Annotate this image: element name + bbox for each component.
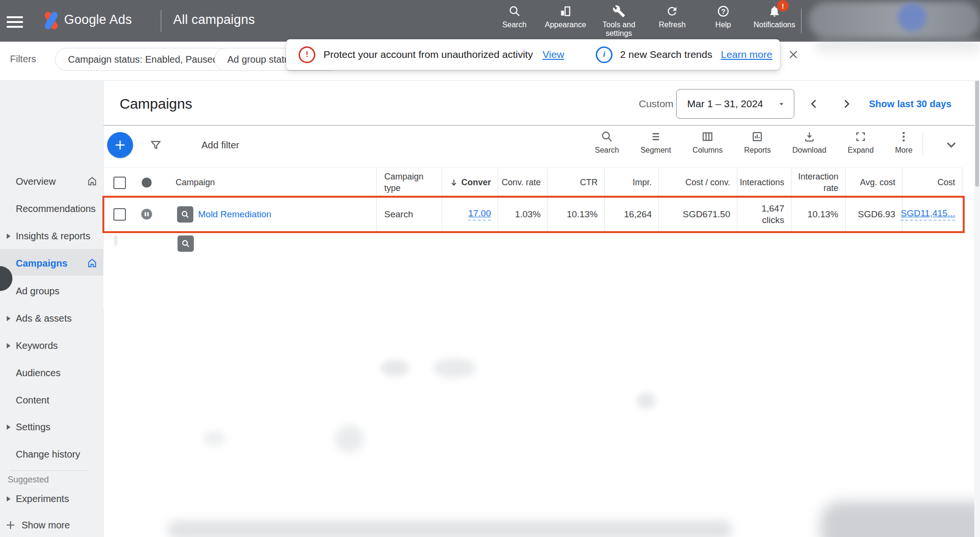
close-icon[interactable] bbox=[788, 49, 799, 60]
segment-button[interactable]: Segment bbox=[640, 130, 671, 155]
next-period-button[interactable] bbox=[840, 98, 853, 110]
sidebar-item-content[interactable]: Content bbox=[16, 391, 49, 410]
download-button[interactable]: Download bbox=[792, 130, 826, 155]
warning-icon: ! bbox=[299, 46, 315, 63]
paused-status-icon bbox=[140, 208, 153, 221]
tools-and-settings-button[interactable]: Tools and settings bbox=[596, 5, 642, 38]
sidebar-item-insights-reports[interactable]: Insights & reports bbox=[16, 226, 90, 246]
alert-banner: ! Protect your account from unauthorized… bbox=[286, 39, 780, 70]
sidebar-show-more[interactable]: Show more bbox=[22, 515, 70, 535]
blurred-bottom-right bbox=[821, 502, 980, 537]
row-status-cell bbox=[135, 197, 158, 232]
sidebar-item-settings[interactable]: Settings bbox=[16, 417, 50, 436]
search-icon bbox=[601, 130, 613, 143]
toolbar-divider bbox=[923, 133, 923, 155]
topbar-actions: Search Appearance Tools and settings Ref… bbox=[494, 5, 795, 38]
expand-icon bbox=[854, 130, 867, 143]
search-icon bbox=[508, 5, 521, 18]
sidebar-item-audiences[interactable]: Audiences bbox=[16, 363, 60, 382]
wrench-icon bbox=[612, 5, 625, 18]
notifications-button[interactable]: Notifications ! bbox=[754, 5, 795, 29]
expand-arrow-icon[interactable] bbox=[6, 343, 11, 349]
filter-chip-campaign-status[interactable]: Campaign status: Enabled, Paused bbox=[55, 48, 231, 71]
home-icon-blue bbox=[87, 257, 98, 268]
conv-rate-cell: 1.03% bbox=[498, 197, 547, 232]
blurred-bottom-strip bbox=[167, 520, 732, 537]
collapse-chevron-icon[interactable] bbox=[944, 137, 959, 152]
home-icon bbox=[87, 176, 98, 187]
sidebar-item-recommendations[interactable]: Recommendations bbox=[16, 199, 96, 218]
appearance-button[interactable]: Appearance bbox=[545, 5, 586, 29]
more-vertical-icon bbox=[897, 130, 910, 143]
column-header-interaction-rate[interactable]: Interaction rate bbox=[791, 168, 845, 197]
conversions-link[interactable]: 17.00 bbox=[468, 208, 491, 221]
row-checkbox[interactable] bbox=[113, 208, 126, 221]
sidebar-item-overview[interactable]: Overview bbox=[16, 172, 56, 191]
expand-arrow-icon[interactable] bbox=[6, 496, 11, 502]
sidebar-item-experiments[interactable]: Experiments bbox=[16, 489, 69, 508]
refresh-button[interactable]: Refresh bbox=[652, 5, 693, 29]
blurred-remnant bbox=[433, 358, 476, 378]
info-learn-more-link[interactable]: Learn more bbox=[721, 49, 772, 60]
ghost-checkbox bbox=[115, 236, 117, 245]
table-toolbar: Search Segment Columns Reports Download … bbox=[595, 130, 913, 155]
info-icon: i bbox=[596, 46, 612, 63]
column-header-ctr[interactable]: CTR bbox=[547, 168, 604, 197]
blurred-remnant bbox=[335, 425, 364, 453]
status-circle-icon[interactable] bbox=[142, 178, 152, 188]
warning-view-link[interactable]: View bbox=[543, 49, 564, 60]
column-header-impr[interactable]: Impr. bbox=[604, 168, 658, 197]
column-header-campaign-type[interactable]: Campaign type bbox=[376, 168, 442, 197]
previous-period-button[interactable] bbox=[808, 98, 820, 110]
select-all-checkbox[interactable] bbox=[113, 177, 126, 189]
expand-button[interactable]: Expand bbox=[848, 130, 874, 155]
column-header-conv-rate[interactable]: Conv. rate bbox=[498, 168, 547, 197]
sidebar-item-ad-groups[interactable]: Ad groups bbox=[16, 281, 59, 301]
blurred-account-smear bbox=[816, 42, 980, 58]
column-header-conversions[interactable]: Conver bbox=[442, 168, 498, 197]
table-search-button[interactable]: Search bbox=[595, 130, 619, 155]
sidebar-item-campaigns[interactable]: Campaigns bbox=[16, 254, 67, 273]
filter-funnel-icon[interactable] bbox=[149, 139, 162, 152]
sidebar-item-keywords[interactable]: Keywords bbox=[16, 336, 58, 355]
header-select-cell bbox=[103, 168, 135, 197]
column-header-avg-cost[interactable]: Avg. cost bbox=[845, 168, 902, 197]
help-button[interactable]: ? Help bbox=[702, 5, 744, 29]
reports-button[interactable]: Reports bbox=[744, 130, 771, 155]
expand-arrow-icon[interactable] bbox=[6, 233, 11, 239]
warning-text: Protect your account from unauthorized a… bbox=[323, 49, 533, 60]
column-header-interactions[interactable]: Interactions bbox=[737, 168, 791, 197]
date-range-selector[interactable]: Mar 1 – 31, 2024 bbox=[676, 89, 794, 119]
columns-button[interactable]: Columns bbox=[692, 130, 723, 155]
impressions-cell: 16,264 bbox=[604, 197, 658, 232]
blurred-account-area bbox=[809, 2, 980, 38]
more-button[interactable]: More bbox=[895, 130, 912, 155]
sidebar-item-ads-assets[interactable]: Ads & assets bbox=[16, 309, 72, 328]
add-filter-label[interactable]: Add filter bbox=[201, 140, 239, 151]
date-mode-label: Custom bbox=[639, 98, 673, 110]
sidebar-item-change-history[interactable]: Change history bbox=[16, 445, 80, 464]
campaign-cell: Mold Remediation bbox=[158, 197, 376, 232]
campaign-type-cell: Search bbox=[376, 197, 442, 232]
interaction-rate-cell: 10.13% bbox=[791, 197, 845, 232]
campaign-name-link[interactable]: Mold Remediation bbox=[198, 209, 271, 220]
ghost-search-campaign-icon bbox=[178, 235, 194, 252]
show-last-30-days-link[interactable]: Show last 30 days bbox=[869, 99, 951, 110]
segment-icon bbox=[649, 130, 662, 143]
menu-icon[interactable] bbox=[7, 13, 23, 31]
cost-per-conv-cell: SGD671.50 bbox=[658, 197, 737, 232]
search-button[interactable]: Search bbox=[494, 5, 535, 29]
column-header-cost-conv[interactable]: Cost / conv. bbox=[658, 168, 737, 197]
blurred-avatar bbox=[898, 3, 926, 32]
expand-arrow-icon[interactable] bbox=[6, 315, 11, 322]
page-title: Campaigns bbox=[120, 96, 192, 112]
row-select-cell bbox=[103, 197, 135, 232]
cost-link[interactable]: SGD11,415... bbox=[901, 208, 955, 221]
add-campaign-button[interactable] bbox=[107, 132, 133, 158]
column-header-cost[interactable]: Cost bbox=[902, 168, 962, 197]
expand-arrow-icon[interactable] bbox=[6, 424, 11, 430]
blurred-remnant bbox=[203, 431, 225, 446]
help-icon: ? bbox=[717, 5, 730, 18]
column-header-campaign[interactable]: Campaign bbox=[158, 168, 376, 197]
sidebar-divider bbox=[10, 470, 88, 471]
